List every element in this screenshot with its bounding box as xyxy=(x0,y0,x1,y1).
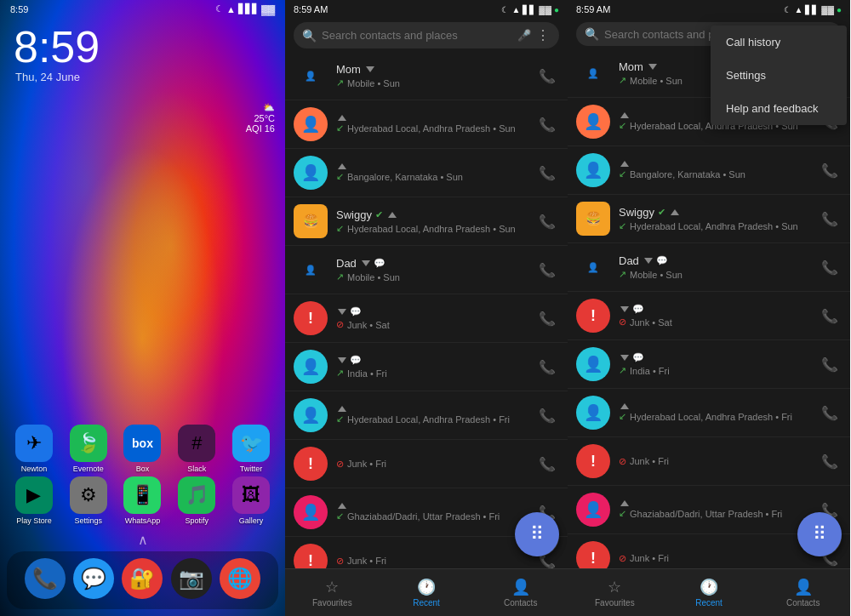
call-info-ghz-r: ↙ Ghaziabad/Dadri, Uttar Pradesh • Fri xyxy=(619,500,818,519)
calls-list-middle: 👤 Mom ↗ Mobile • Sun 📞 👤 xyxy=(285,52,568,568)
call-phone-btn-blr[interactable]: 📞 xyxy=(535,162,559,185)
call-name-swiggy: Swiggy xyxy=(336,208,372,221)
app-newton[interactable]: ✈ Newton xyxy=(10,425,58,473)
wifi-icon-r: ▲ xyxy=(794,5,802,14)
dock-messages[interactable]: 💬 xyxy=(73,558,114,599)
call-phone-btn-hyd1[interactable]: 📞 xyxy=(535,113,559,136)
phone-panel-right: 8:59 AM ☾ ▲ ▋▋ ▓▓ ● 🔍 Call history Setti… xyxy=(568,0,850,616)
call-phone-btn-blr-r[interactable]: 📞 xyxy=(818,159,842,182)
dock-chrome[interactable]: 🌐 xyxy=(220,558,260,599)
dock-camera[interactable]: 📷 xyxy=(171,558,212,599)
nav-favourites-middle[interactable]: ☆ Favourites xyxy=(285,569,380,616)
dock-authy[interactable]: 🔐 xyxy=(122,558,163,599)
call-item-hyd1[interactable]: 👤 ↙ Hyderabad Local, Andhra Pradesh • Su… xyxy=(285,100,568,149)
call-phone-btn-dad-r[interactable]: 📞 xyxy=(818,256,842,279)
more-options-icon-middle[interactable]: ⋮ xyxy=(536,27,551,43)
call-item-india-r[interactable]: 👤 💬 ↗ India • Fri 📞 xyxy=(568,340,850,389)
nav-fav-label-r: Favourites xyxy=(595,598,635,607)
call-dir-hyd2-r: ↙ xyxy=(619,411,626,422)
call-phone-btn-swiggy[interactable]: 📞 xyxy=(535,210,559,233)
call-item-dad[interactable]: 👤 Dad 💬 ↗ Mobile • Sun 📞 xyxy=(285,246,568,294)
call-item-junk1[interactable]: ! 💬 ⊘ Junk • Sat 📞 xyxy=(285,294,568,343)
call-phone-btn-hyd2-r[interactable]: 📞 xyxy=(818,402,842,425)
app-whatsapp[interactable]: 📱 WhatsApp xyxy=(119,476,167,525)
call-phone-btn-hyd2[interactable]: 📞 xyxy=(535,404,559,427)
fab-dialpad-right[interactable]: ⠿ xyxy=(797,512,842,556)
verified-icon-swiggy-r: ✔ xyxy=(658,207,665,218)
call-item-swiggy[interactable]: 🍔 Swiggy ✔ ↙ Hyderabad Local, Andhra Pra… xyxy=(285,197,568,246)
call-info-junk2: ⊘ Junk • Fri xyxy=(336,459,535,470)
call-dir-india-r: ↗ xyxy=(619,365,626,376)
call-item-junk1-r[interactable]: ! 💬 ⊘ Junk • Sat 📞 xyxy=(568,292,850,340)
call-phone-btn-swiggy-r[interactable]: 📞 xyxy=(818,208,842,231)
search-input-middle[interactable] xyxy=(322,29,512,42)
app-newton-icon: ✈ xyxy=(15,425,53,462)
nav-contacts-label-r: Contacts xyxy=(786,598,820,607)
nav-contacts-right[interactable]: 👤 Contacts xyxy=(756,569,850,616)
call-item-junk2[interactable]: ! ⊘ Junk • Fri 📞 xyxy=(285,440,568,488)
call-sub-mom: Mobile • Sun xyxy=(347,78,400,88)
mic-icon-middle[interactable]: 🎤 xyxy=(517,29,531,42)
nav-recent-right[interactable]: 🕐 Recent xyxy=(662,569,757,616)
call-info-blr: ↙ Bangalore, Karnataka • Sun xyxy=(336,163,535,182)
fab-dialpad-middle[interactable]: ⠿ xyxy=(515,512,559,556)
call-phone-btn-junk1-r[interactable]: 📞 xyxy=(818,305,842,328)
call-avatar-hyd2: 👤 xyxy=(294,398,328,432)
call-item-india[interactable]: 👤 💬 ↗ India • Fri 📞 xyxy=(285,343,568,391)
call-sub-ghz: Ghaziabad/Dadri, Uttar Pradesh • Fri xyxy=(347,511,500,522)
nav-fav-icon-r: ☆ xyxy=(608,578,621,596)
call-avatar-mom-r: 👤 xyxy=(576,56,610,90)
call-item-swiggy-r[interactable]: 🍔 Swiggy ✔ ↙ Hyderabad Local, Andhra Pra… xyxy=(568,195,850,243)
app-slack-label: Slack xyxy=(187,465,206,473)
nav-fav-label-m: Favourites xyxy=(312,598,352,607)
swipe-up-indicator: ∧ xyxy=(0,528,285,551)
sim-ind-blr xyxy=(338,163,346,169)
phone-search-bar-middle[interactable]: 🔍 🎤 ⋮ xyxy=(294,22,559,48)
call-phone-btn-junk2[interactable]: 📞 xyxy=(535,453,559,476)
call-phone-btn-india-r[interactable]: 📞 xyxy=(818,353,842,376)
call-item-blr[interactable]: 👤 ↙ Bangalore, Karnataka • Sun 📞 xyxy=(285,149,568,197)
call-dir-dad-r: ↗ xyxy=(619,269,626,280)
call-avatar-junk3-r: ! xyxy=(576,541,610,568)
call-phone-btn-dad[interactable]: 📞 xyxy=(535,259,559,282)
call-item-blr-r[interactable]: 👤 ↙ Bangalore, Karnataka • Sun 📞 xyxy=(568,146,850,195)
call-sub-swiggy: Hyderabad Local, Andhra Pradesh • Sun xyxy=(347,224,516,234)
nav-recent-middle[interactable]: 🕐 Recent xyxy=(380,569,474,616)
weather-widget: ⛅ 25°C AQI 16 xyxy=(246,102,275,134)
signal-icon-m: ▋▋ xyxy=(523,5,536,14)
call-item-mom[interactable]: 👤 Mom ↗ Mobile • Sun 📞 xyxy=(285,52,568,100)
phone-status-icons-right: ☾ ▲ ▋▋ ▓▓ ● xyxy=(784,5,842,14)
home-status-time: 8:59 xyxy=(10,4,28,14)
call-dir-hyd2: ↙ xyxy=(336,414,344,425)
msg-icon-india: 💬 xyxy=(350,355,362,366)
app-slack[interactable]: # Slack xyxy=(173,425,220,473)
call-item-junk2-r[interactable]: ! ⊘ Junk • Fri 📞 xyxy=(568,437,850,486)
nav-recent-label-m: Recent xyxy=(413,598,440,607)
app-settings-label: Settings xyxy=(74,516,102,525)
app-settings[interactable]: ⚙ Settings xyxy=(65,476,112,525)
nav-favourites-right[interactable]: ☆ Favourites xyxy=(568,569,662,616)
call-phone-btn-mom[interactable]: 📞 xyxy=(535,65,559,88)
dropdown-call-history[interactable]: Call history xyxy=(711,26,847,59)
sim-ind-hyd2-r xyxy=(620,403,629,409)
app-box[interactable]: box Box xyxy=(119,425,167,473)
app-evernote[interactable]: 🍃 Evernote xyxy=(65,425,112,473)
call-phone-btn-india[interactable]: 📞 xyxy=(535,356,559,379)
app-playstore-icon: ▶ xyxy=(15,476,53,514)
app-spotify[interactable]: 🎵 Spotify xyxy=(173,476,220,525)
app-twitter-label: Twitter xyxy=(240,465,263,473)
call-phone-btn-junk1[interactable]: 📞 xyxy=(535,307,559,330)
dropdown-help[interactable]: Help and feedback xyxy=(711,92,847,125)
call-item-hyd2[interactable]: 👤 ↙ Hyderabad Local, Andhra Pradesh • Fr… xyxy=(285,391,568,440)
call-item-dad-r[interactable]: 👤 Dad 💬 ↗ Mobile • Sun 📞 xyxy=(568,243,850,292)
app-twitter[interactable]: 🐦 Twitter xyxy=(227,425,275,473)
call-dir-dad: ↗ xyxy=(336,271,344,282)
app-gallery[interactable]: 🖼 Gallery xyxy=(227,476,275,525)
call-phone-btn-junk2-r[interactable]: 📞 xyxy=(818,450,842,473)
dropdown-settings[interactable]: Settings xyxy=(711,59,847,92)
nav-contacts-middle[interactable]: 👤 Contacts xyxy=(473,569,568,616)
home-status-bar: 8:59 ☾ ▲ ▋▋▋ ▓▓ xyxy=(0,0,285,18)
app-playstore[interactable]: ▶ Play Store xyxy=(10,476,58,525)
call-item-hyd2-r[interactable]: 👤 ↙ Hyderabad Local, Andhra Pradesh • Fr… xyxy=(568,389,850,437)
dock-phone[interactable]: 📞 xyxy=(25,558,66,599)
